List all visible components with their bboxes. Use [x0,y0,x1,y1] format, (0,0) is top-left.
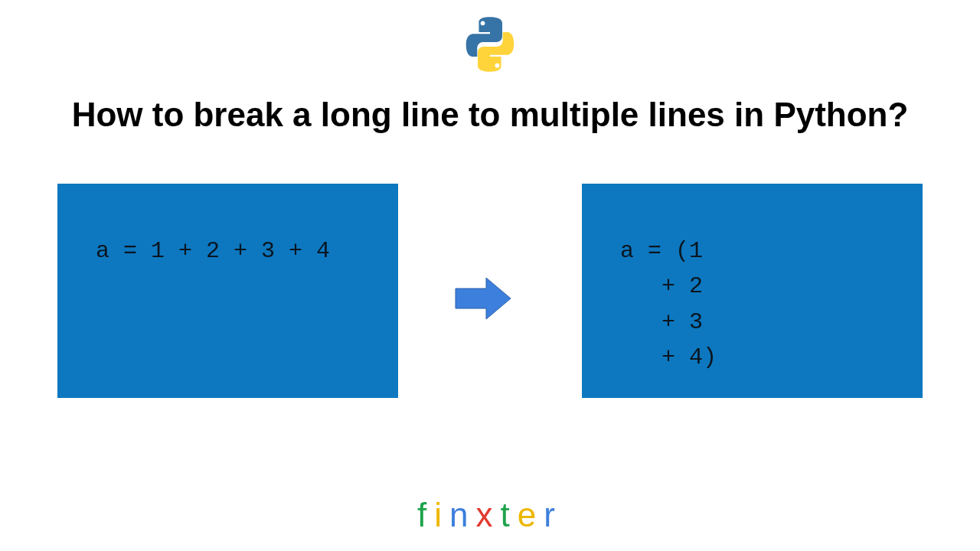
brand-letter: t [501,496,518,534]
code-text-after: a = (1 + 2 + 3 + 4) [593,238,717,371]
code-text-before: a = 1 + 2 + 3 + 4 [96,238,330,264]
right-arrow-icon [448,272,517,328]
brand-logo: finxter [417,496,563,534]
svg-marker-0 [456,278,511,319]
brand-letter: n [449,496,475,534]
code-block-before: a = 1 + 2 + 3 + 4 [57,184,398,398]
brand-letter: r [544,496,563,534]
page-title: How to break a long line to multiple lin… [0,96,980,134]
python-logo-icon [459,14,521,78]
brand-letter: e [518,496,544,534]
brand-letter: f [417,496,434,534]
brand-letter: x [476,496,501,534]
brand-letter: i [434,496,449,534]
code-block-after: a = (1 + 2 + 3 + 4) [582,184,923,398]
